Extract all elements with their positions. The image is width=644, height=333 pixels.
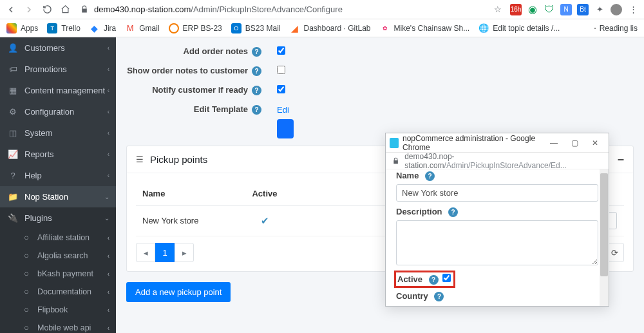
sidebar-sub-bkash[interactable]: ○bKash payment‹ (0, 265, 116, 283)
chevron-left-icon: ‹ (108, 252, 109, 260)
reading-list-icon (594, 28, 596, 29)
sidebar-sub-flipbook[interactable]: ○Flipbook‹ (0, 301, 116, 319)
menu-icon[interactable]: ⋮ (627, 4, 639, 15)
check-icon: ✔ (261, 215, 269, 226)
chainsaw-icon: ✿ (380, 23, 390, 33)
chevron-left-icon: ‹ (108, 129, 109, 137)
ext-shield-icon[interactable]: 🛡 (544, 4, 555, 15)
help-icon[interactable]: ? (434, 292, 444, 301)
forward-button[interactable] (23, 4, 35, 15)
col-active: Active (245, 182, 284, 205)
bookmark-edit-topic[interactable]: 🌐Edit topic details /... (478, 23, 560, 33)
help-icon[interactable]: ? (252, 105, 261, 115)
extensions-icon[interactable]: ✦ (594, 4, 605, 15)
chart-icon: 📈 (8, 149, 18, 159)
chevron-left-icon: ‹ (108, 325, 109, 332)
ext-translate-icon[interactable]: Bt (577, 4, 589, 15)
back-button[interactable] (5, 4, 17, 15)
scrollbar-thumb[interactable] (600, 173, 608, 276)
bookmark-erp[interactable]: ERP BS-23 (169, 23, 222, 33)
lock-icon (80, 5, 89, 14)
home-button[interactable] (59, 4, 71, 15)
url-path: /Admin/PickupInStoreAdvance/Configure (191, 5, 343, 14)
bookmark-mail[interactable]: OBS23 Mail (231, 23, 281, 33)
chevron-left-icon: ‹ (108, 172, 109, 179)
add-pickup-point-button[interactable]: Add a new pickup point (126, 282, 231, 302)
setting-notify: Notify customer if ready? (126, 81, 634, 99)
gear-icon: ⚙ (8, 107, 18, 117)
help-icon[interactable]: ? (429, 275, 439, 285)
popup-active-label: Active (397, 274, 422, 284)
bookmark-gitlab[interactable]: ◢Dashboard · GitLab (289, 23, 370, 33)
chevron-left-icon: ‹ (108, 271, 109, 278)
help-icon[interactable]: ? (252, 47, 261, 57)
bookmark-apps[interactable]: Apps (6, 23, 38, 33)
collapse-button[interactable]: – (618, 153, 624, 166)
sidebar-item-content[interactable]: ▦Content management‹ (0, 80, 116, 101)
sidebar-sub-algolia[interactable]: ○Algolia search‹ (0, 247, 116, 265)
reload-button[interactable] (41, 4, 53, 15)
popup-scrollbar[interactable] (600, 169, 609, 306)
gitlab-icon: ◢ (289, 23, 299, 33)
nop-favicon (390, 138, 399, 148)
help-icon[interactable]: ? (252, 86, 261, 95)
chevron-left-icon: ‹ (108, 87, 109, 94)
popup-country-label: Country (396, 291, 428, 301)
pager-prev[interactable]: ◂ (136, 243, 155, 262)
pagination: ◂ 1 ▸ (136, 243, 194, 262)
maximize-button[interactable]: ▢ (565, 135, 584, 151)
ext-n-icon[interactable]: N (560, 4, 572, 15)
popup-addressbar[interactable]: demo430.nop-station.com/Admin/PickupInSt… (386, 153, 609, 169)
sidebar-item-nop-station[interactable]: 📁Nop Station⌄ (0, 186, 116, 207)
sidebar-sub-documentation[interactable]: ○Documentation‹ (0, 283, 116, 301)
ext-grammarly-icon[interactable]: ◉ (527, 4, 538, 15)
help-icon[interactable]: ? (252, 66, 261, 76)
minimize-button[interactable]: — (544, 135, 564, 151)
bookmark-gmail[interactable]: MGmail (125, 23, 159, 33)
sidebar-item-plugins[interactable]: 🔌Plugins⌄ (0, 207, 116, 229)
folder-icon: 📁 (8, 192, 18, 202)
ext-badge-icon[interactable]: 16h (510, 4, 522, 15)
popup-active-checkbox[interactable] (442, 274, 451, 282)
reading-list[interactable]: Reading lis (594, 24, 638, 33)
sidebar-sub-mobile[interactable]: ○Mobile web api‹ (0, 319, 116, 333)
pager-next[interactable]: ▸ (175, 243, 194, 262)
popup-name-input[interactable] (396, 184, 598, 202)
tag-icon: 🏷 (8, 64, 18, 74)
sidebar: 👤Customers‹ 🏷Promotions‹ ▦Content manage… (0, 37, 116, 333)
notify-checkbox[interactable] (277, 85, 285, 93)
chevron-left-icon: ‹ (108, 289, 109, 296)
help-icon[interactable]: ? (448, 207, 458, 217)
sidebar-sub-affiliate[interactable]: ○Affiliate station‹ (0, 229, 116, 247)
popup-title-text: nopCommerce administration - Google Chro… (402, 134, 544, 152)
popup-titlebar[interactable]: nopCommerce administration - Google Chro… (386, 133, 609, 153)
browser-toolbar: demo430.nop-station.com/Admin/PickupInSt… (0, 0, 644, 19)
close-button[interactable]: ✕ (585, 135, 605, 151)
popup-name-label: Name (396, 171, 419, 180)
sidebar-item-system[interactable]: ◫System‹ (0, 122, 116, 144)
add-order-notes-checkbox[interactable] (277, 46, 285, 55)
sidebar-item-help[interactable]: ?Help‹ (0, 165, 116, 186)
outlook-icon: O (231, 23, 242, 33)
list-icon: ☰ (136, 155, 144, 164)
bookmark-mikes[interactable]: ✿Mike's Chainsaw Sh... (380, 23, 470, 33)
erp-icon (169, 23, 179, 33)
bookmark-jira[interactable]: ◆Jira (90, 23, 116, 33)
show-order-notes-checkbox[interactable] (277, 66, 285, 74)
url-host: demo430.nop-station.com (94, 5, 191, 14)
sidebar-item-reports[interactable]: 📈Reports‹ (0, 144, 116, 165)
sidebar-item-customers[interactable]: 👤Customers‹ (0, 37, 116, 59)
sidebar-item-promotions[interactable]: 🏷Promotions‹ (0, 59, 116, 80)
avatar-icon[interactable] (611, 4, 622, 15)
popup-description-input[interactable] (396, 220, 598, 265)
bookmark-trello[interactable]: TTrello (47, 23, 80, 33)
address-bar[interactable]: demo430.nop-station.com/Admin/PickupInSt… (77, 5, 486, 14)
edit-template-link[interactable]: Edi (277, 105, 289, 115)
cubes-icon: ▦ (8, 86, 18, 95)
help-icon[interactable]: ? (425, 171, 435, 181)
apps-icon (6, 23, 17, 33)
pager-page-1[interactable]: 1 (155, 243, 175, 262)
sidebar-item-configuration[interactable]: ⚙Configuration‹ (0, 101, 116, 122)
star-icon[interactable]: ☆ (492, 4, 504, 15)
save-button-partial[interactable] (277, 119, 294, 138)
